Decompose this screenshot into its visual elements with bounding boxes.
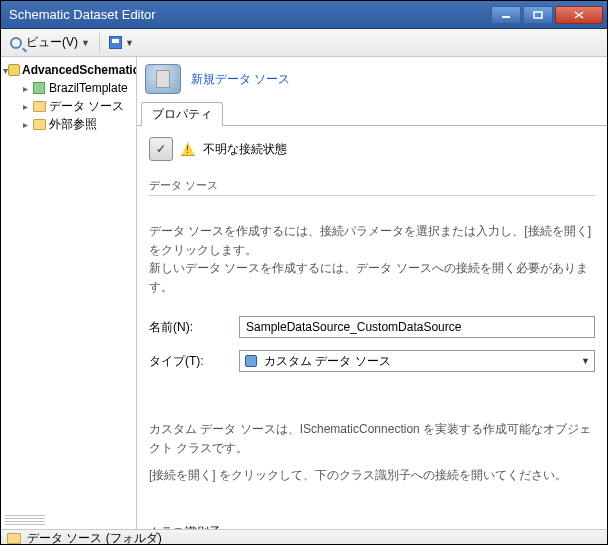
template-icon <box>31 80 47 96</box>
help-line: [接続を開く] をクリックして、下のクラス識別子への接続を開いてください。 <box>149 466 595 485</box>
titlebar: Schematic Dataset Editor <box>1 1 607 29</box>
chevron-down-icon: ▼ <box>81 38 90 48</box>
type-select[interactable]: カスタム データ ソース ▼ <box>239 350 595 372</box>
header-bar: 新規データ ソース <box>137 57 607 101</box>
help-text-2: カスタム データ ソースは、ISchematicConnection を実装する… <box>149 420 595 484</box>
classid-label: クラス識別子(C): <box>149 524 239 529</box>
toolbar: ビュー(V) ▼ ▼ <box>1 29 607 57</box>
folder-icon <box>31 116 47 132</box>
folder-open-icon <box>7 533 21 544</box>
name-label: 名前(N): <box>149 319 239 336</box>
content-panel: 新規データ ソース プロパティ ✓ 不明な接続状態 データ ソース データ ソー… <box>137 57 607 529</box>
resize-grip[interactable] <box>5 515 45 525</box>
close-button[interactable] <box>555 6 603 24</box>
statusbar: データ ソース (フォルダ) <box>1 529 607 545</box>
save-button[interactable]: ▼ <box>104 32 139 54</box>
tree-root-label: AdvancedSchematic <box>22 63 137 77</box>
chevron-down-icon: ▼ <box>581 356 590 366</box>
tree-item-label: BrazilTemplate <box>49 81 128 95</box>
new-datasource-link[interactable]: 新規データ ソース <box>191 71 290 88</box>
type-label: タイプ(T): <box>149 353 239 370</box>
folder-icon <box>31 98 47 114</box>
status-row: ✓ 不明な接続状態 <box>149 134 595 164</box>
view-icon <box>10 37 22 49</box>
tab-bar: プロパティ <box>137 101 607 126</box>
datasource-big-icon <box>145 64 181 94</box>
help-line: 新しいデータ ソースを作成するには、データ ソースへの接続を開く必要があります。 <box>149 259 595 296</box>
expand-icon[interactable]: ▸ <box>19 119 31 130</box>
save-icon <box>109 36 122 49</box>
warning-icon <box>181 142 195 156</box>
view-menu-button[interactable]: ビュー(V) ▼ <box>5 32 95 54</box>
expand-icon[interactable]: ▸ <box>19 101 31 112</box>
statusbar-text: データ ソース (フォルダ) <box>27 530 162 545</box>
tree-item-label: データ ソース <box>49 98 124 115</box>
svg-rect-1 <box>534 12 542 18</box>
minimize-button[interactable] <box>491 6 521 24</box>
help-line: カスタム データ ソースは、ISchematicConnection を実装する… <box>149 420 595 457</box>
tree-item-extref[interactable]: ▸ 外部参照 <box>1 115 136 133</box>
type-value: カスタム データ ソース <box>264 353 391 370</box>
tree-item-template[interactable]: ▸ BrazilTemplate <box>1 79 136 97</box>
view-menu-label: ビュー(V) <box>26 34 78 51</box>
tree-panel: ▾ AdvancedSchematic ▸ BrazilTemplate ▸ デ… <box>1 57 137 529</box>
expand-icon[interactable]: ▸ <box>19 83 31 94</box>
name-input[interactable] <box>244 319 590 335</box>
form-area: ✓ 不明な接続状態 データ ソース データ ソースを作成するには、接続パラメータ… <box>137 126 607 529</box>
dataset-icon <box>8 62 20 78</box>
chevron-down-icon: ▼ <box>125 38 134 48</box>
maximize-button[interactable] <box>523 6 553 24</box>
toolbar-separator <box>99 33 100 53</box>
shield-icon: ✓ <box>149 137 173 161</box>
help-line: データ ソースを作成するには、接続パラメータを選択または入力し、[接続を開く] … <box>149 222 595 259</box>
tree-root[interactable]: ▾ AdvancedSchematic <box>1 61 136 79</box>
name-input-wrapper <box>239 316 595 338</box>
status-text: 不明な接続状態 <box>203 141 287 158</box>
tree-item-datasource[interactable]: ▸ データ ソース <box>1 97 136 115</box>
window-title: Schematic Dataset Editor <box>9 7 489 22</box>
type-icon <box>244 354 258 368</box>
section-datasource: データ ソース <box>149 178 595 196</box>
help-text-1: データ ソースを作成するには、接続パラメータを選択または入力し、[接続を開く] … <box>149 222 595 296</box>
tree-item-label: 外部参照 <box>49 116 97 133</box>
tab-property[interactable]: プロパティ <box>141 102 223 126</box>
